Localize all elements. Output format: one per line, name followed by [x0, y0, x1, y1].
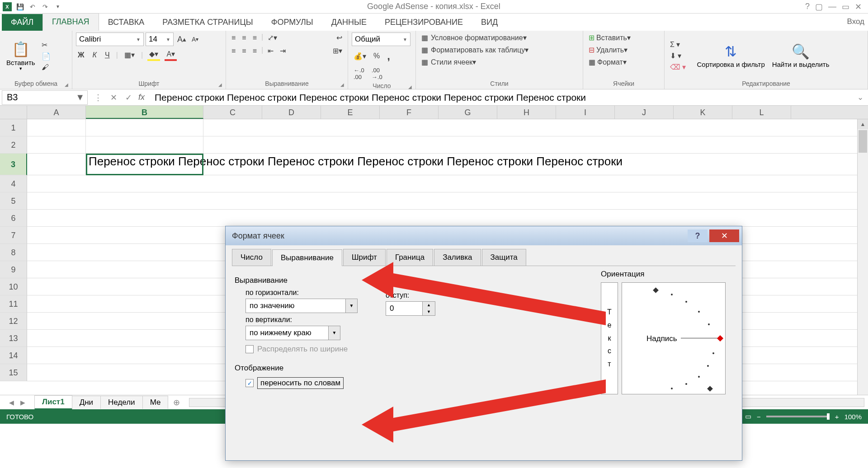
- orientation-arc[interactable]: Надпись: [622, 282, 726, 394]
- row-header[interactable]: 15: [0, 364, 27, 381]
- format-painter-icon[interactable]: 🖌: [40, 62, 52, 72]
- col-header[interactable]: K: [674, 106, 732, 119]
- sheet-prev-icon[interactable]: ◀: [9, 399, 14, 406]
- ribbon-toggle-icon[interactable]: ▢: [815, 2, 823, 12]
- tab-formulas[interactable]: ФОРМУЛЫ: [262, 14, 322, 31]
- align-top-icon[interactable]: ≡: [230, 33, 237, 43]
- dlg-tab-fill[interactable]: Заливка: [434, 249, 481, 266]
- row-header[interactable]: 5: [0, 192, 27, 210]
- font-color-icon[interactable]: A▾: [165, 49, 177, 61]
- row-header[interactable]: 9: [0, 261, 27, 278]
- dlg-tab-protect[interactable]: Защита: [482, 249, 526, 266]
- dlg-tab-number[interactable]: Число: [232, 249, 271, 266]
- italic-button[interactable]: К: [90, 50, 98, 60]
- borders-icon[interactable]: ▦▾: [123, 50, 137, 60]
- cut-icon[interactable]: ✂: [40, 40, 52, 50]
- col-header[interactable]: A: [27, 106, 86, 119]
- zoom-out-icon[interactable]: −: [757, 413, 761, 421]
- tab-data[interactable]: ДАННЫЕ: [322, 14, 376, 31]
- vertical-scrollbar[interactable]: ▲: [857, 119, 868, 395]
- tab-file[interactable]: ФАЙЛ: [2, 14, 42, 31]
- horiz-align-combo[interactable]: по значению▼: [245, 299, 358, 313]
- currency-icon[interactable]: 💰▾: [352, 49, 368, 63]
- font-name-combo[interactable]: Calibri▼: [76, 33, 144, 46]
- enter-icon[interactable]: ✓: [125, 93, 132, 103]
- scroll-up-icon[interactable]: ▲: [858, 119, 868, 129]
- col-header[interactable]: I: [556, 106, 615, 119]
- cancel-icon[interactable]: ✕: [110, 93, 117, 103]
- number-format-combo[interactable]: Общий▼: [352, 33, 410, 46]
- align-bottom-icon[interactable]: ≡: [251, 33, 259, 43]
- col-header[interactable]: C: [203, 106, 262, 119]
- merge-icon[interactable]: ⊞▾: [331, 46, 344, 56]
- col-header[interactable]: G: [439, 106, 497, 119]
- orientation-icon[interactable]: ⤢▾: [266, 33, 279, 43]
- decrease-font-icon[interactable]: A▾: [190, 35, 200, 44]
- row-header[interactable]: 11: [0, 295, 27, 313]
- increase-font-icon[interactable]: A▴: [175, 34, 188, 45]
- launcher-icon[interactable]: ◢: [408, 84, 412, 89]
- find-select-button[interactable]: 🔍 Найти и выделить: [769, 42, 832, 70]
- indent-spinner[interactable]: ▲▼: [386, 301, 435, 316]
- cell-styles-button[interactable]: ▦Стили ячеек ▾: [420, 57, 579, 67]
- tab-layout[interactable]: РАЗМЕТКА СТРАНИЦЫ: [153, 14, 262, 31]
- align-right-icon[interactable]: ≡: [251, 46, 259, 56]
- row-header[interactable]: 13: [0, 330, 27, 347]
- dlg-tab-font[interactable]: Шрифт: [343, 249, 386, 266]
- maximize-icon[interactable]: ▭: [842, 2, 849, 12]
- align-middle-icon[interactable]: ≡: [240, 33, 248, 43]
- increase-indent-icon[interactable]: ⇥: [278, 46, 288, 56]
- col-header[interactable]: J: [615, 106, 674, 119]
- add-sheet-button[interactable]: ⊕: [168, 396, 185, 409]
- format-cells-button[interactable]: ▦Формат ▾: [587, 57, 660, 67]
- dlg-tab-align[interactable]: Выравнивание: [272, 249, 342, 266]
- row-header[interactable]: 7: [0, 227, 27, 244]
- sheet-tab[interactable]: Ме: [142, 396, 169, 409]
- sheet-tab[interactable]: Дни: [72, 396, 101, 409]
- tab-view[interactable]: ВИД: [472, 14, 507, 31]
- tab-insert[interactable]: ВСТАВКА: [99, 14, 154, 31]
- copy-icon[interactable]: 📄: [40, 51, 52, 61]
- col-header[interactable]: E: [321, 106, 380, 119]
- dialog-close-button[interactable]: ✕: [709, 229, 739, 242]
- qat-dropdown-icon[interactable]: ▼: [53, 2, 62, 11]
- row-header[interactable]: 6: [0, 210, 27, 227]
- tab-review[interactable]: РЕЦЕНЗИРОВАНИЕ: [376, 14, 472, 31]
- tab-home[interactable]: ГЛАВНАЯ: [42, 13, 99, 31]
- vert-align-combo[interactable]: по нижнему краю▼: [245, 326, 340, 340]
- autosum-icon[interactable]: Σ ▾: [668, 39, 688, 50]
- vertical-text-button[interactable]: Текст: [601, 282, 618, 394]
- sheet-tab[interactable]: Лист1: [34, 395, 72, 410]
- zoom-level[interactable]: 100%: [844, 413, 862, 421]
- col-header[interactable]: D: [262, 106, 321, 119]
- row-header[interactable]: 12: [0, 313, 27, 330]
- row-header[interactable]: 8: [0, 244, 27, 261]
- bold-button[interactable]: Ж: [76, 50, 86, 60]
- dialog-titlebar[interactable]: Формат ячеек ? ✕: [226, 226, 742, 245]
- fill-color-icon[interactable]: ◆▾: [147, 49, 160, 61]
- format-table-button[interactable]: ▦Форматировать как таблицу ▾: [420, 45, 579, 55]
- align-left-icon[interactable]: ≡: [230, 46, 237, 56]
- font-size-combo[interactable]: 14▼: [146, 33, 174, 46]
- view-break-icon[interactable]: ▭: [745, 412, 751, 421]
- formula-input[interactable]: [151, 92, 853, 103]
- fill-icon[interactable]: ⬇ ▾: [668, 51, 688, 61]
- undo-icon[interactable]: ↶: [28, 2, 37, 11]
- col-header[interactable]: B: [86, 106, 203, 119]
- login-link[interactable]: Вход: [847, 17, 864, 26]
- comma-icon[interactable]: ,: [385, 49, 392, 63]
- sheet-tab[interactable]: Недели: [100, 396, 143, 409]
- zoom-in-icon[interactable]: +: [835, 413, 839, 421]
- increase-decimal-icon[interactable]: ←.0.00: [352, 66, 366, 81]
- row-header[interactable]: 10: [0, 278, 27, 295]
- decrease-indent-icon[interactable]: ⇤: [266, 46, 275, 56]
- sort-filter-button[interactable]: ⇅ Сортировка и фильтр: [694, 42, 767, 70]
- scroll-thumb[interactable]: [859, 130, 867, 153]
- name-dropdown-icon[interactable]: ⋮: [94, 93, 102, 103]
- zoom-slider[interactable]: [766, 416, 830, 417]
- indent-input[interactable]: [386, 302, 422, 315]
- insert-cells-button[interactable]: ⊞Вставить ▾: [587, 33, 660, 43]
- launcher-icon[interactable]: ◢: [340, 82, 344, 87]
- name-box[interactable]: B3▼: [2, 90, 88, 105]
- row-header[interactable]: 3: [0, 154, 27, 175]
